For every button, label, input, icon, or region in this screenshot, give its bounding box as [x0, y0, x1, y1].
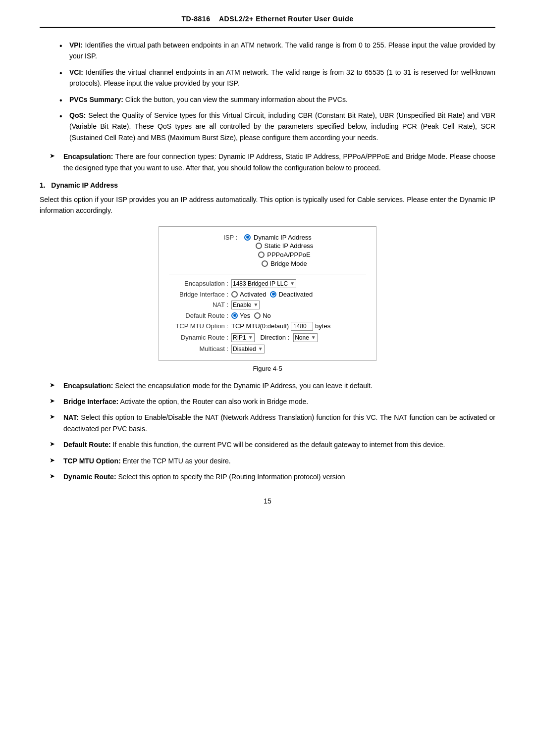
arrow-bridge-label: Bridge Interface:	[63, 398, 118, 405]
list-item: QoS: Select the Quality of Service types…	[59, 110, 495, 143]
arrow-item-tcp-mtu: TCP MTU Option: Enter the TCP MTU as you…	[50, 455, 495, 466]
nat-select-value: Enable	[233, 302, 251, 308]
nat-select[interactable]: Enable ▼	[231, 301, 260, 309]
encap-select-value: 1483 Bridged IP LLC	[233, 280, 288, 287]
isp-row-bridge: Bridge Mode	[262, 260, 307, 267]
deactivated-label: Deactivated	[278, 291, 313, 298]
arrow-item-bridge: Bridge Interface: Activate the option, t…	[50, 396, 495, 407]
multicast-select-arrow: ▼	[258, 346, 263, 352]
dynamic-route-row: Dynamic Route : RIP1 ▼ Direction : None …	[169, 333, 366, 342]
list-item: VPI: Identifies the virtual path between…	[59, 40, 495, 62]
config-rows: Encapsulation : 1483 Bridged IP LLC ▼ Br…	[169, 279, 366, 353]
bridge-iface-label: Bridge Interface :	[169, 291, 228, 298]
radio-no[interactable]	[254, 312, 261, 319]
list-item: PVCs Summary: Click the button, you can …	[59, 94, 495, 105]
pppoa-label: PPPoA/PPPoE	[267, 251, 310, 258]
header-text: TD-8816 ADSL2/2+ Ethernet Router User Gu…	[181, 15, 353, 23]
multicast-select-value: Disabled	[233, 346, 256, 353]
arrow-tcp-mtu-label: TCP MTU Option:	[63, 457, 121, 465]
arrow-tcp-mtu-text: Enter the TCP MTU as your desire.	[123, 457, 231, 465]
arrow-item-nat: NAT: Select this option to Enable/Disabl…	[50, 412, 495, 434]
arrow-default-route-text: If enable this function, the current PVC…	[113, 441, 445, 449]
tcp-mtu-suffix: bytes	[315, 322, 330, 330]
vpi-text: Identifies the virtual path between endp…	[69, 41, 495, 60]
encap-intro-list: Encapsulation: There are four connection…	[50, 151, 495, 173]
dynamic-route-value: RIP1 ▼ Direction : None ▼	[231, 333, 318, 342]
arrow-item-dynamic-route: Dynamic Route: Select this option to spe…	[50, 471, 495, 482]
arrow-encap-text: Select the encapsulation mode for the Dy…	[115, 382, 373, 390]
isp-row-dynamic: ISP : Dynamic IP Address	[223, 234, 312, 241]
radio-bridge[interactable]	[262, 260, 268, 267]
section1-heading: 1. Dynamic IP Address	[40, 181, 495, 189]
static-ip-label: Static IP Address	[265, 242, 314, 250]
default-route-label: Default Route :	[169, 312, 228, 319]
qos-text: Select the Quality of Service types for …	[69, 111, 495, 142]
section1-title: Dynamic IP Address	[51, 181, 118, 189]
encap-row-value: 1483 Bridged IP LLC ▼	[231, 279, 296, 288]
tcp-mtu-value: TCP MTU(0:default) bytes	[231, 322, 330, 331]
tcp-mtu-input[interactable]	[291, 322, 313, 331]
vci-label: VCI:	[69, 68, 83, 76]
yes-label: Yes	[240, 312, 250, 319]
figure-label: Figure 4-5	[253, 365, 282, 372]
isp-row-static: Static IP Address	[256, 242, 314, 250]
radio-yes[interactable]	[231, 312, 238, 319]
encap-select[interactable]: 1483 Bridged IP LLC ▼	[231, 279, 296, 288]
multicast-value: Disabled ▼	[231, 345, 265, 353]
dynamic-route-select-arrow: ▼	[248, 335, 253, 340]
arrow-encap-label: Encapsulation:	[63, 382, 113, 390]
default-route-row: Default Route : Yes No	[169, 312, 366, 319]
bullet-list: VPI: Identifies the virtual path between…	[59, 40, 495, 143]
direction-label: Direction :	[261, 334, 290, 341]
encap-intro-item: Encapsulation: There are four connection…	[50, 151, 495, 173]
model-name: TD-8816	[181, 15, 210, 23]
arrow-nat-label: NAT:	[63, 413, 79, 421]
radio-static[interactable]	[256, 243, 262, 249]
direction-select-value: None	[295, 334, 309, 341]
dynamic-route-select[interactable]: RIP1 ▼	[231, 333, 255, 342]
encap-row-label: Encapsulation :	[169, 280, 228, 287]
vci-text: Identifies the virtual channel endpoints…	[69, 68, 495, 87]
direction-select-arrow: ▼	[311, 335, 316, 340]
encap-row: Encapsulation : 1483 Bridged IP LLC ▼	[169, 279, 366, 288]
tcp-mtu-label: TCP MTU Option :	[169, 322, 228, 330]
arrow-dynamic-route-label: Dynamic Route:	[63, 473, 116, 481]
bridge-iface-value: Activated Deactivated	[231, 291, 313, 298]
arrow-bridge-text: Activate the option, the Router can also…	[120, 398, 308, 405]
bridge-iface-row: Bridge Interface : Activated Deactivated	[169, 291, 366, 298]
nat-label: NAT :	[169, 301, 228, 308]
section1-number: 1.	[40, 181, 46, 189]
page: TD-8816 ADSL2/2+ Ethernet Router User Gu…	[0, 0, 535, 756]
arrow-nat-text: Select this option to Enable/Disable the…	[63, 413, 495, 432]
arrow-list: Encapsulation: Select the encapsulation …	[50, 380, 495, 483]
encap-intro-label: Encapsulation:	[63, 152, 113, 160]
isp-label: ISP :	[223, 234, 237, 241]
bridge-mode-label: Bridge Mode	[270, 260, 307, 267]
multicast-row: Multicast : Disabled ▼	[169, 345, 366, 353]
arrow-item-encap: Encapsulation: Select the encapsulation …	[50, 380, 495, 391]
direction-select[interactable]: None ▼	[293, 333, 318, 342]
list-item: VCI: Identifies the virtual channel endp…	[59, 67, 495, 89]
radio-pppoa[interactable]	[258, 252, 265, 258]
figure-container: ISP : Dynamic IP Address Static IP Addre…	[40, 226, 495, 372]
tcp-mtu-row: TCP MTU Option : TCP MTU(0:default) byte…	[169, 322, 366, 331]
multicast-select[interactable]: Disabled ▼	[231, 345, 265, 353]
default-route-value: Yes No	[231, 312, 271, 319]
arrow-default-route-label: Default Route:	[63, 441, 111, 449]
encap-intro-text: There are four connection types: Dynamic…	[63, 152, 495, 171]
radio-activated[interactable]	[231, 291, 238, 298]
nat-row: NAT : Enable ▼	[169, 301, 366, 309]
multicast-label: Multicast :	[169, 345, 228, 353]
dynamic-route-select-value: RIP1	[233, 334, 246, 341]
isp-options: ISP : Dynamic IP Address Static IP Addre…	[169, 234, 366, 274]
activated-label: Activated	[240, 291, 266, 298]
radio-deactivated[interactable]	[270, 291, 276, 298]
vpi-label: VPI:	[69, 41, 83, 49]
encap-select-arrow: ▼	[290, 281, 295, 286]
pvcs-text: Click the button, you can view the summa…	[125, 96, 348, 103]
isp-row-pppoa: PPPoA/PPPoE	[258, 251, 310, 258]
qos-label: QoS:	[69, 111, 86, 119]
section1-paragraph: Select this option if your ISP provides …	[40, 194, 495, 216]
radio-dynamic[interactable]	[244, 234, 251, 241]
dynamic-ip-label: Dynamic IP Address	[254, 234, 312, 241]
